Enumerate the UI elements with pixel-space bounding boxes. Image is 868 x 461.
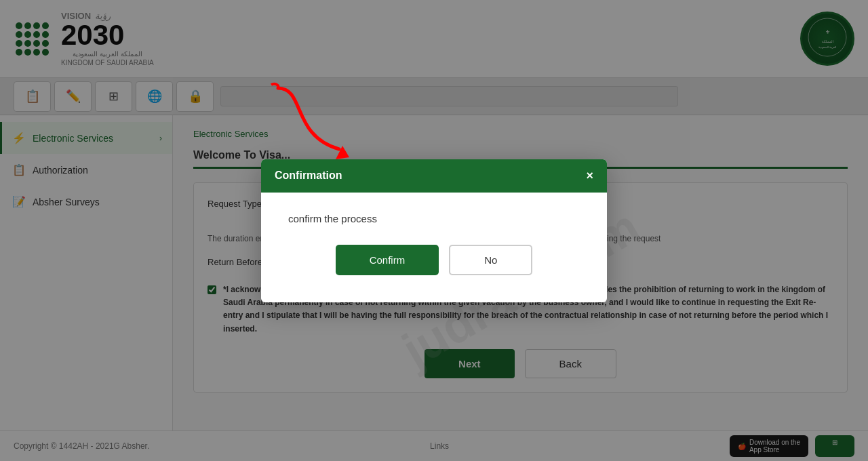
modal-title: Confirmation — [275, 169, 342, 182]
confirmation-modal: Confirmation × confirm the process Confi… — [261, 159, 607, 302]
confirm-button[interactable]: Confirm — [336, 245, 439, 275]
modal-buttons: Confirm No — [288, 245, 580, 275]
arrow-annotation — [264, 81, 400, 172]
modal-body: confirm the process Confirm No — [261, 193, 607, 302]
modal-close-button[interactable]: × — [586, 169, 593, 183]
modal-message: confirm the process — [288, 213, 580, 224]
no-button[interactable]: No — [449, 245, 532, 275]
modal-overlay[interactable]: Confirmation × confirm the process Confi… — [0, 0, 868, 461]
svg-marker-4 — [336, 146, 349, 159]
modal-header: Confirmation × — [261, 159, 607, 193]
